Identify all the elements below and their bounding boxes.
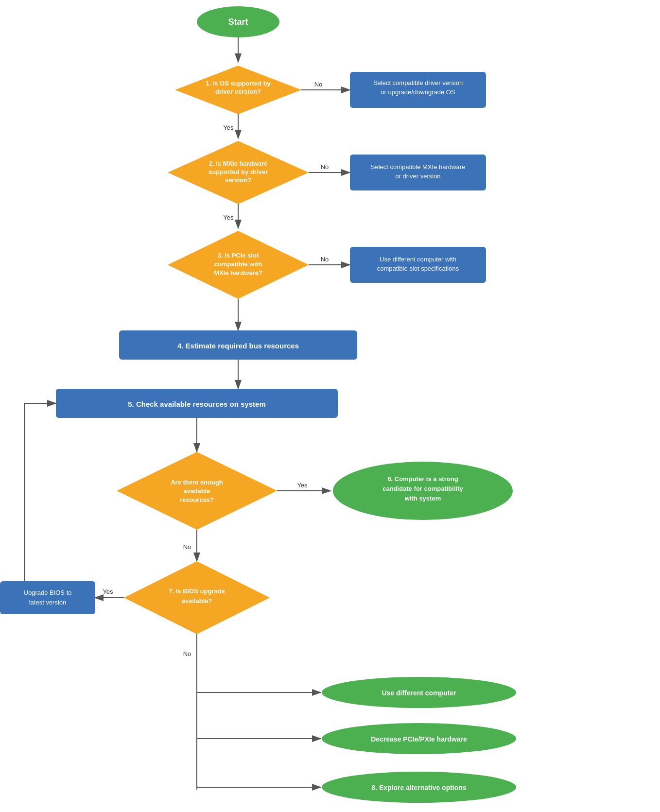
start-label: Start [228, 17, 248, 27]
d1-line2: driver version? [215, 88, 261, 95]
d6-line2: available [184, 487, 210, 495]
bios-line1: Upgrade BIOS to [24, 589, 72, 596]
d3-line1: 3. Is PCIe slot [218, 252, 259, 259]
d3-line2: compatible with [214, 260, 262, 268]
g6-line3: with system [404, 495, 441, 502]
bios-line2: latest version [29, 599, 67, 606]
b4-label: 4. Estimate required bus resources [177, 342, 299, 350]
d3-no-label: No [321, 256, 329, 263]
g-decr-label: Decrease PCIe/PXIe hardware [371, 735, 467, 743]
r3-line2: compatible slot specifications [377, 265, 459, 272]
d6-line1: Are there enough [171, 479, 223, 486]
d7-line2: available? [182, 597, 212, 605]
r2-line1: Select compatible MXIe hardware [371, 163, 465, 171]
g6-line2: candidate for compatibility [382, 485, 463, 492]
r2-line2: or driver version [395, 173, 440, 180]
r1-line2: or upgrade/downgrade OS [381, 88, 455, 96]
d2-line2: supported by driver [208, 168, 268, 175]
g-alt-label: 8. Explore alternative options [371, 784, 466, 792]
g-diff-label: Use different computer [382, 689, 456, 697]
loop-bios-b5 [24, 403, 56, 581]
d2-yes-label: Yes [223, 214, 234, 221]
b5-label: 5. Check available resources on system [128, 400, 265, 408]
d6-line3: resources? [180, 496, 214, 503]
d3-line3: MXIe hardware? [214, 269, 262, 276]
r3-line1: Use different computer with [380, 256, 456, 263]
d1-line1: 1. Is OS supported by [206, 80, 271, 87]
g6-line1: 6. Computer is a strong [387, 475, 458, 483]
d2-no-label: No [321, 163, 329, 171]
rect-bios [0, 581, 95, 614]
d2-line1: 2. Is MXIe hardware [209, 160, 268, 167]
d6-yes-label: Yes [297, 482, 308, 489]
d7-yes-label: Yes [103, 588, 113, 595]
r1-line1: Select compatible driver version [373, 79, 463, 86]
d1-yes-label: Yes [223, 124, 234, 131]
d1-no-label: No [314, 81, 323, 88]
d2-line3: version? [225, 176, 251, 184]
d6-no-label: No [183, 543, 191, 551]
d7-line1: 7. Is BIOS upgrade [169, 587, 225, 595]
d7-no-label: No [183, 650, 191, 657]
